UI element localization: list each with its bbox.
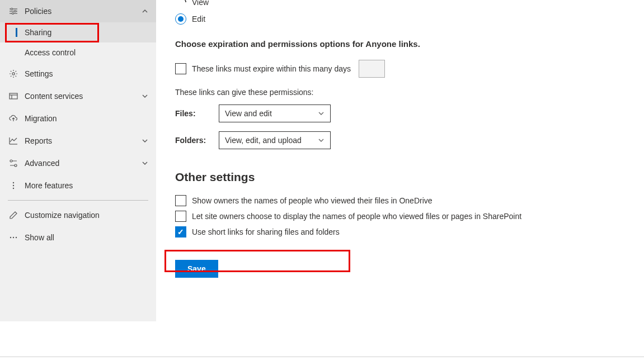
show-owners-row: Show owners the names of people who view…: [175, 195, 625, 206]
svg-point-1: [11, 8, 13, 10]
chevron-down-icon: [142, 93, 148, 99]
svg-rect-7: [10, 93, 17, 99]
expire-days-input[interactable]: [359, 60, 385, 78]
chevron-down-icon: [142, 160, 148, 167]
sidebar-label-show-all: Show all: [25, 233, 54, 242]
folders-select[interactable]: View, edit, and upload: [219, 131, 331, 149]
permissions-note: These links can give these permissions:: [175, 88, 625, 97]
sidebar-item-settings[interactable]: Settings: [0, 63, 156, 85]
svg-point-10: [10, 160, 12, 162]
sidebar-label-settings: Settings: [25, 69, 53, 78]
main-content: View Edit Choose expiration and permissi…: [156, 0, 644, 321]
reports-icon: [8, 136, 19, 145]
let-site-owners-row: Let site owners choose to display the na…: [175, 211, 625, 222]
svg-point-5: [12, 13, 14, 15]
sidebar-divider: [8, 200, 148, 201]
sidebar-item-access-control[interactable]: Access control: [0, 42, 156, 63]
sidebar-item-sharing[interactable]: Sharing: [0, 22, 156, 42]
advanced-icon: [8, 159, 19, 168]
sidebar-item-show-all[interactable]: Show all: [0, 226, 156, 249]
short-links-row: Use short links for sharing files and fo…: [175, 226, 625, 238]
footer-divider: [0, 357, 644, 357]
sidebar-label-access-control: Access control: [25, 48, 76, 57]
svg-point-11: [15, 164, 17, 167]
sidebar-label-migration: Migration: [25, 114, 57, 123]
files-select-value: View and edit: [225, 109, 272, 118]
sidebar-item-migration[interactable]: Migration: [0, 107, 156, 130]
content-services-icon: [8, 92, 19, 101]
folders-label: Folders:: [175, 136, 219, 145]
sidebar-item-reports[interactable]: Reports: [0, 130, 156, 152]
expire-label: These links must expire within this many…: [192, 64, 351, 73]
chevron-down-icon: [318, 137, 325, 144]
other-settings-heading: Other settings: [175, 170, 625, 184]
more-vertical-icon: [8, 181, 19, 190]
radio-edit-label: Edit: [192, 15, 205, 23]
chevron-down-icon: [318, 110, 325, 117]
sidebar-label-reports: Reports: [25, 136, 52, 145]
let-site-owners-label: Let site owners choose to display the na…: [192, 212, 521, 221]
sidebar-label-advanced: Advanced: [25, 159, 59, 168]
svg-point-15: [10, 237, 11, 238]
radio-row-view[interactable]: View: [175, 0, 625, 8]
show-owners-checkbox[interactable]: [175, 195, 186, 206]
chevron-up-icon: [142, 8, 148, 15]
pencil-icon: [8, 211, 19, 220]
show-owners-label: Show owners the names of people who view…: [192, 196, 433, 205]
files-label: Files:: [175, 109, 219, 118]
short-links-label: Use short links for sharing files and fo…: [192, 227, 340, 236]
sidebar-item-content-services[interactable]: Content services: [0, 85, 156, 107]
ellipsis-icon: [8, 233, 19, 242]
files-perm-row: Files: View and edit: [175, 104, 625, 122]
sidebar-label-policies: Policies: [25, 7, 51, 16]
expire-row: These links must expire within this many…: [175, 60, 625, 78]
radio-edit[interactable]: [175, 13, 186, 25]
files-select[interactable]: View and edit: [219, 104, 331, 122]
radio-row-edit[interactable]: Edit: [175, 13, 625, 25]
sidebar-item-advanced[interactable]: Advanced: [0, 152, 156, 174]
svg-point-6: [12, 73, 15, 75]
svg-point-13: [13, 185, 14, 186]
sidebar-item-customize-navigation[interactable]: Customize navigation: [0, 204, 156, 226]
expiration-heading: Choose expiration and permissions option…: [175, 39, 625, 49]
svg-point-14: [13, 188, 14, 189]
folders-select-value: View, edit, and upload: [225, 136, 302, 145]
let-site-owners-checkbox[interactable]: [175, 211, 186, 222]
sidebar-item-policies[interactable]: Policies: [0, 0, 156, 22]
sidebar-label-more-features: More features: [25, 181, 73, 190]
sidebar-item-more-features[interactable]: More features: [0, 174, 156, 197]
cloud-upload-icon: [8, 114, 19, 123]
folders-perm-row: Folders: View, edit, and upload: [175, 131, 625, 149]
svg-point-17: [16, 237, 17, 238]
gear-icon: [8, 69, 19, 78]
svg-point-12: [13, 182, 14, 183]
expire-checkbox[interactable]: [175, 63, 186, 74]
sidebar-label-customize: Customize navigation: [25, 211, 100, 220]
sidebar-label-content-services: Content services: [25, 92, 83, 101]
radio-view[interactable]: [175, 0, 186, 8]
chevron-down-icon: [142, 137, 148, 144]
radio-view-label: View: [192, 0, 209, 7]
svg-point-3: [15, 11, 16, 12]
save-button[interactable]: Save: [175, 260, 218, 278]
sliders-icon: [8, 7, 19, 16]
short-links-checkbox[interactable]: [175, 226, 186, 238]
sidebar: Policies Sharing Access control Settings: [0, 0, 156, 321]
svg-point-16: [13, 237, 14, 238]
sidebar-label-sharing: Sharing: [25, 28, 51, 37]
